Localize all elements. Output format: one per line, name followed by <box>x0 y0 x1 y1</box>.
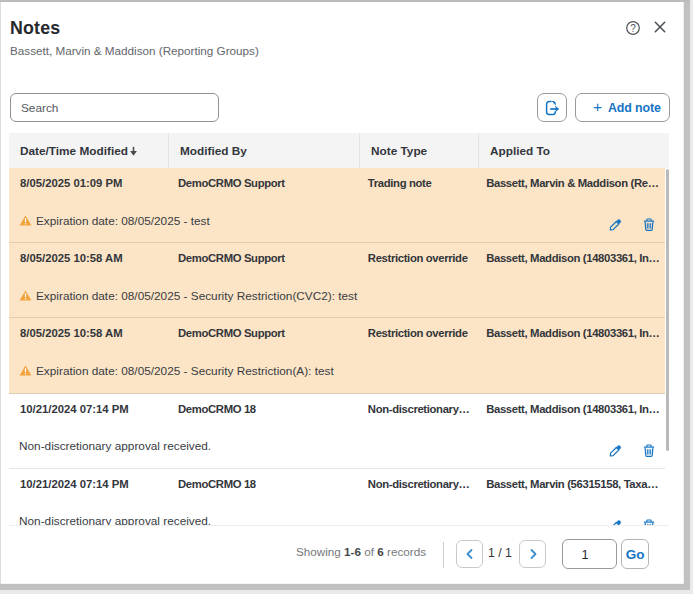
svg-text:?: ? <box>630 23 636 34</box>
